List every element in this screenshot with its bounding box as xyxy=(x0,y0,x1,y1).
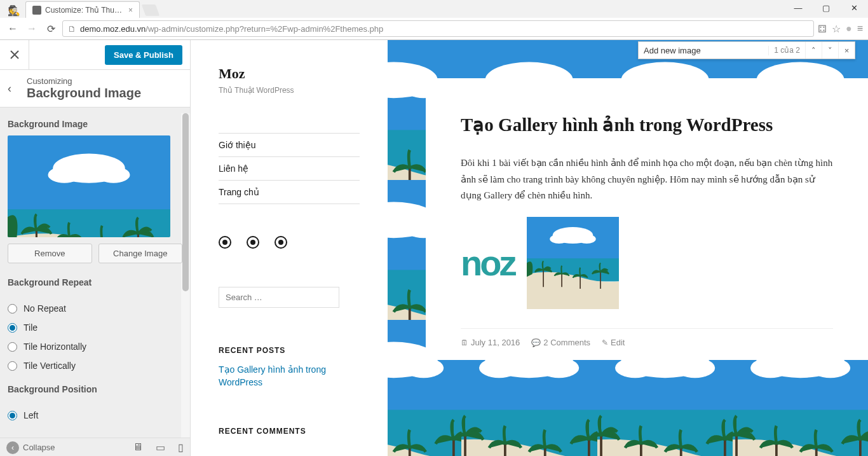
menu-icon[interactable]: ≡ xyxy=(857,23,863,34)
collapse-icon[interactable]: ‹ xyxy=(6,441,19,454)
pencil-icon: ✎ xyxy=(602,338,608,347)
article-date: 🗓July 11, 2016 xyxy=(461,338,520,347)
article: Tạo Gallery hình ảnh trong WordPress Đôi… xyxy=(426,78,868,360)
breadcrumb: Customizing xyxy=(27,76,182,86)
radio-input[interactable] xyxy=(8,411,17,420)
repeat-option[interactable]: No Repeat xyxy=(8,299,182,318)
radio-input[interactable] xyxy=(8,304,17,314)
find-input[interactable]: Add new image xyxy=(639,46,769,55)
article-title: Tạo Gallery hình ảnh trong WordPress xyxy=(461,113,833,136)
nav-item[interactable]: Giớ thiệu xyxy=(219,134,360,157)
recent-posts-heading: RECENT POSTS xyxy=(219,346,360,355)
repeat-option[interactable]: Tile Horizontally xyxy=(8,337,182,356)
tab-title: Customize: Thủ Thuật Wo xyxy=(45,6,125,15)
device-tablet-icon[interactable]: ▭ xyxy=(156,441,165,453)
address-bar[interactable]: 🗋 demo.moz.edu.vn/wp-admin/customize.php… xyxy=(62,20,814,37)
translate-icon[interactable]: ⚃ xyxy=(818,23,827,35)
search-input[interactable] xyxy=(219,287,339,308)
new-tab-button[interactable] xyxy=(142,4,160,16)
site-title[interactable]: Moz xyxy=(219,66,360,82)
bg-repeat-label: Background Repeat xyxy=(8,277,182,287)
bg-image-label: Background Image xyxy=(8,119,182,129)
nav-item[interactable]: Trang chủ xyxy=(219,181,360,204)
recent-comments-heading: RECENT COMMENTS xyxy=(219,427,360,436)
remove-button[interactable]: Remove xyxy=(8,244,92,263)
radio-label: Tile Vertically xyxy=(24,361,76,371)
tab-close-icon[interactable]: × xyxy=(128,6,133,15)
social-icon[interactable] xyxy=(275,236,287,249)
page-icon: 🗋 xyxy=(68,24,76,34)
find-prev-button[interactable]: ˄ xyxy=(805,42,822,59)
gallery-image[interactable] xyxy=(527,217,619,309)
extension-icon[interactable]: ● xyxy=(846,23,852,34)
article-body: Đôi khi 1 bài viết bạn cần nhiều hình ản… xyxy=(461,155,833,204)
bg-image-preview xyxy=(8,135,170,237)
radio-label: Tile xyxy=(24,322,37,333)
calendar-icon: 🗓 xyxy=(461,338,468,347)
device-desktop-icon[interactable]: 🖥 xyxy=(133,441,143,453)
repeat-option[interactable]: Tile xyxy=(8,318,182,337)
article-comments-link[interactable]: 💬2 Comments xyxy=(531,338,590,347)
recent-post-link[interactable]: Tạo Gallery hình ảnh trong WordPress xyxy=(219,364,360,389)
find-next-button[interactable]: ˅ xyxy=(822,42,838,59)
nav-back[interactable]: ← xyxy=(5,21,20,36)
device-mobile-icon[interactable]: ▯ xyxy=(178,441,184,453)
radio-label: Left xyxy=(24,410,38,420)
customizer-panel: Save & Publish ‹ Customizing Background … xyxy=(0,40,191,456)
window-minimize[interactable]: — xyxy=(784,0,812,15)
site-tagline: Thủ Thuật WordPress xyxy=(219,86,360,95)
site-sidebar: Moz Thủ Thuật WordPress Giớ thiệuLiên hệ… xyxy=(191,40,388,456)
window-close[interactable]: ✕ xyxy=(840,0,868,15)
radio-label: No Repeat xyxy=(24,303,66,314)
social-icon[interactable] xyxy=(219,236,231,249)
radio-input[interactable] xyxy=(8,323,17,333)
window-maximize[interactable]: ▢ xyxy=(812,0,840,15)
radio-input[interactable] xyxy=(8,342,17,352)
find-close-button[interactable]: × xyxy=(838,42,855,59)
url-domain: demo.moz.edu.vn xyxy=(80,24,146,34)
section-title: Background Image xyxy=(27,86,182,100)
position-option[interactable]: Left xyxy=(8,406,182,425)
favicon xyxy=(32,6,41,15)
change-image-button[interactable]: Change Image xyxy=(98,244,183,263)
save-publish-button[interactable]: Save & Publish xyxy=(105,45,182,65)
article-edit-link[interactable]: ✎Edit xyxy=(602,338,625,347)
close-customizer-button[interactable] xyxy=(0,40,29,69)
comment-icon: 💬 xyxy=(531,338,541,347)
bookmark-icon[interactable]: ☆ xyxy=(832,23,841,35)
radio-input[interactable] xyxy=(8,361,17,371)
bg-position-label: Background Position xyxy=(8,384,182,394)
nav-forward[interactable]: → xyxy=(24,21,39,36)
radio-label: Tile Horizontally xyxy=(24,342,86,352)
back-button[interactable]: ‹ xyxy=(8,82,27,95)
gallery-logo: noz xyxy=(461,242,514,284)
site-preview: Add new image 1 của 2 ˄ ˅ × Moz Thủ Thuậ… xyxy=(191,40,868,456)
repeat-option[interactable]: Tile Vertically xyxy=(8,356,182,375)
nav-item[interactable]: Liên hệ xyxy=(219,157,360,181)
url-path: /wp-admin/customize.php?return=%2Fwp-adm… xyxy=(146,24,383,34)
social-icon[interactable] xyxy=(247,236,259,249)
find-count: 1 của 2 xyxy=(769,46,805,55)
collapse-label[interactable]: Collapse xyxy=(23,443,55,452)
nav-reload[interactable]: ⟳ xyxy=(43,21,58,36)
browser-tab[interactable]: Customize: Thủ Thuật Wo × xyxy=(25,1,140,18)
find-bar: Add new image 1 của 2 ˄ ˅ × xyxy=(638,41,855,59)
incognito-icon: 🕵️ xyxy=(5,3,23,18)
